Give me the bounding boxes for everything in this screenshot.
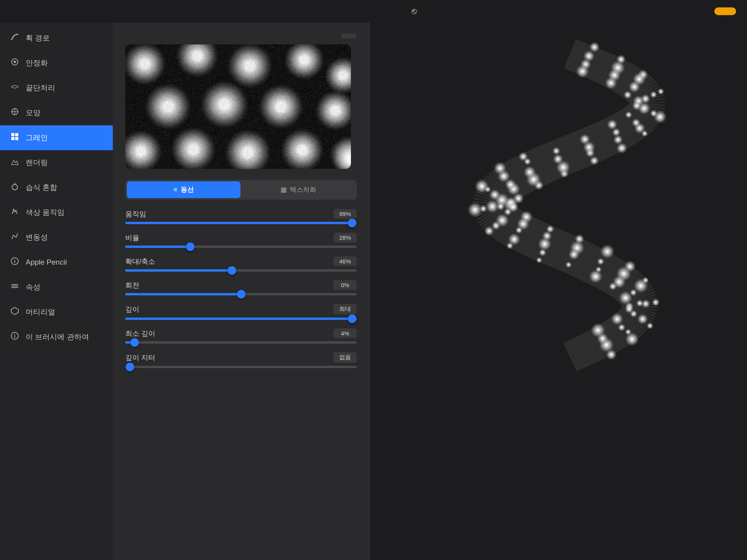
sidebar-item-variation[interactable]: 변동성 (0, 225, 113, 250)
sidebar-label-shape: 모양 (26, 108, 40, 118)
slider-header-min-depth: 최소 깊이 4% (125, 328, 357, 338)
slider-header-rotation: 회전 0% (125, 280, 357, 290)
sidebar-item-about[interactable]: i 이 브러시에 관하여 (0, 325, 113, 349)
sidebar-label-about: 이 브러시에 관하여 (26, 332, 89, 342)
main-layout: 획 경로 안정화 끝단처리 모양 그레인 렌더링 습식 혼합 색상 움직임 변동… (0, 23, 747, 560)
slider-value-rotation: 0% (333, 280, 357, 290)
slider-thumb-min-depth[interactable] (130, 338, 139, 347)
sidebar-item-rendering[interactable]: 렌더링 (0, 150, 113, 175)
slider-thumb-ratio[interactable] (186, 242, 195, 251)
slider-thumb-depth-jitter[interactable] (126, 363, 134, 371)
slider-label-depth-jitter: 깊이 지터 (125, 353, 155, 362)
svg-point-1 (14, 61, 16, 63)
grain-source-header (125, 33, 357, 39)
sidebar-label-stabilize: 안정화 (26, 58, 48, 68)
tab-label-texturize: 텍스처화 (290, 185, 316, 194)
sidebar-icon-stabilize (9, 58, 20, 68)
slider-track-ratio[interactable] (125, 246, 357, 248)
sidebar-icon-material (9, 307, 20, 318)
sidebar-label-rendering: 렌더링 (26, 158, 48, 168)
slider-fill-movement (125, 222, 354, 224)
sidebar-item-material[interactable]: 머티리얼 (0, 300, 113, 325)
tab-icon-texturize: ▦ (281, 186, 287, 194)
slider-row-depth: 깊이 최대 (125, 304, 357, 320)
svg-rect-7 (11, 137, 14, 140)
svg-marker-15 (11, 307, 18, 314)
svg-text:i: i (14, 333, 16, 339)
sidebar-item-color-dynamics[interactable]: 색상 움직임 (0, 200, 113, 225)
sidebar-label-apple-pencil: Apple Pencil (26, 258, 67, 267)
sidebar-item-shape[interactable]: 모양 (0, 100, 113, 125)
slider-row-ratio: 비율 28% (125, 233, 357, 248)
tab-bar: ≡동선▦텍스처화 (125, 180, 357, 200)
sidebar-icon-apple-pencil: i (9, 257, 20, 268)
slider-track-zoom[interactable] (125, 269, 357, 272)
slider-header-ratio: 비율 28% (125, 233, 357, 242)
slider-thumb-rotation[interactable] (237, 290, 245, 298)
slider-row-rotation: 회전 0% (125, 280, 357, 295)
tab-texturize[interactable]: ▦텍스처화 (242, 181, 356, 198)
sidebar-icon-wet-mix (9, 182, 20, 193)
slider-value-zoom: 46% (333, 256, 357, 266)
svg-text:i: i (14, 258, 16, 264)
sidebar-item-stabilize[interactable]: 안정화 (0, 51, 113, 75)
preview-canvas (370, 23, 747, 560)
tab-label-motion: 동선 (181, 185, 194, 194)
slider-thumb-depth[interactable] (348, 314, 356, 323)
sidebar-icon-about: i (9, 332, 20, 342)
sidebar-item-apple-pencil[interactable]: i Apple Pencil (0, 250, 113, 275)
sidebar-item-grain[interactable]: 그레인 (0, 125, 113, 150)
slider-thumb-movement[interactable] (348, 219, 356, 227)
slider-label-movement: 움직임 (125, 209, 146, 219)
slider-header-depth-jitter: 깊이 지터 없음 (125, 352, 357, 363)
sidebar-icon-stroke-path (9, 33, 20, 44)
edit-button[interactable] (341, 34, 357, 39)
grain-canvas (125, 44, 351, 169)
slider-track-rotation[interactable] (125, 293, 357, 295)
header-center: ⎋ (124, 6, 707, 16)
sidebar-icon-grain (9, 132, 20, 143)
slider-value-min-depth: 4% (333, 328, 357, 338)
slider-row-min-depth: 최소 깊이 4% (125, 328, 357, 344)
sidebar-icon-shape (9, 107, 20, 118)
done-button[interactable] (714, 7, 736, 15)
slider-track-depth[interactable] (125, 318, 357, 320)
sliders-container: 움직임 99% 비율 28% 확대/축소 46% 회전 0% (125, 209, 357, 368)
sidebar: 획 경로 안정화 끝단처리 모양 그레인 렌더링 습식 혼합 색상 움직임 변동… (0, 23, 113, 560)
sidebar-item-wet-mix[interactable]: 습식 혼합 (0, 175, 113, 200)
slider-track-depth-jitter[interactable] (125, 366, 357, 368)
slider-row-movement: 움직임 99% (125, 209, 357, 224)
sidebar-item-stroke-path[interactable]: 획 경로 (0, 26, 113, 51)
sidebar-item-taper[interactable]: 끝단처리 (0, 75, 113, 100)
slider-label-zoom: 확대/축소 (125, 257, 155, 266)
slider-value-depth: 최대 (333, 304, 357, 314)
svg-rect-8 (15, 137, 18, 140)
drawing-pad-button[interactable]: ⎋ (412, 6, 420, 16)
slider-label-ratio: 비율 (125, 233, 139, 242)
slider-row-depth-jitter: 깊이 지터 없음 (125, 352, 357, 368)
drawing-pad-icon: ⎋ (412, 6, 417, 16)
slider-value-depth-jitter: 없음 (333, 352, 357, 363)
slider-track-min-depth[interactable] (125, 341, 357, 344)
slider-value-movement: 99% (333, 209, 357, 219)
svg-rect-5 (11, 133, 14, 136)
tab-icon-motion: ≡ (174, 186, 177, 194)
header: ⎋ (0, 0, 747, 23)
sidebar-icon-rendering (9, 157, 20, 168)
slider-header-zoom: 확대/축소 46% (125, 256, 357, 266)
sidebar-icon-variation (9, 232, 20, 243)
slider-value-ratio: 28% (333, 233, 357, 242)
sidebar-item-properties[interactable]: 속성 (0, 275, 113, 300)
sidebar-label-taper: 끝단처리 (26, 83, 55, 93)
sidebar-icon-properties (9, 282, 20, 293)
slider-fill-zoom (125, 269, 232, 272)
slider-fill-ratio (125, 246, 190, 248)
slider-fill-rotation (125, 293, 241, 295)
slider-track-movement[interactable] (125, 222, 357, 224)
tab-motion[interactable]: ≡동선 (127, 181, 240, 198)
slider-label-rotation: 회전 (125, 281, 139, 290)
slider-label-depth: 깊이 (125, 305, 139, 314)
slider-thumb-zoom[interactable] (228, 266, 236, 275)
slider-row-zoom: 확대/축소 46% (125, 256, 357, 272)
header-actions (707, 7, 736, 15)
